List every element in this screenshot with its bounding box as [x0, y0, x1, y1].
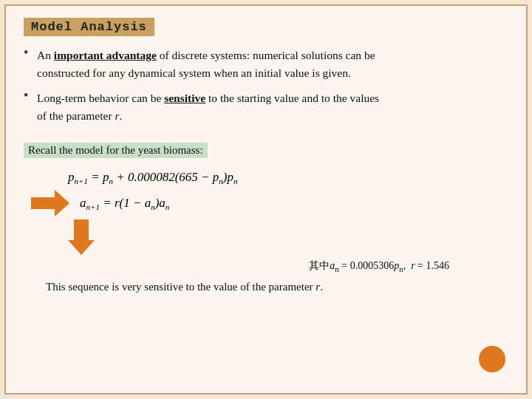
- formula-2: an+1 = r(1 − an)an: [80, 196, 169, 211]
- bottom-text: This sequence is very sensitive to the v…: [46, 281, 323, 293]
- sensitive-text: sensitive: [164, 92, 205, 104]
- parameter-r: r: [115, 109, 119, 122]
- svg-marker-1: [68, 219, 95, 255]
- bullet-dot-1: •: [24, 45, 37, 61]
- bullet-text-2: Long-term behavior can be sensitive to t…: [37, 89, 379, 125]
- chinese-prefix: 其中an = 0.0005306pn, r = 1.546: [309, 260, 449, 271]
- formula-1-block: pn+1 = pn + 0.000082(665 − pn)pn: [68, 170, 508, 185]
- bottom-r: r: [316, 281, 320, 293]
- arrow-right-icon: [31, 190, 69, 216]
- bullet-section-2: • Long-term behavior can be sensitive to…: [24, 89, 508, 125]
- important-advantage: important advantage: [54, 49, 157, 61]
- bullet-item-1: • An important advantage of discrete sys…: [24, 47, 508, 82]
- formula-2-block: an+1 = r(1 − an)an: [31, 190, 508, 216]
- divider: [24, 132, 508, 138]
- when-text: when: [214, 66, 239, 79]
- bullet-item-2: • Long-term behavior can be sensitive to…: [24, 89, 508, 125]
- page-border: Model Analysis • An important advantage …: [4, 4, 528, 395]
- recall-section: Recall the model for the yeast biomass: …: [24, 143, 508, 273]
- decorative-circle: [479, 346, 505, 372]
- title-bar: Model Analysis: [24, 18, 154, 36]
- bullet-section-1: • An important advantage of discrete sys…: [24, 47, 508, 82]
- recall-label: Recall the model for the yeast biomass:: [24, 143, 208, 158]
- main-content: Model Analysis • An important advantage …: [6, 6, 526, 305]
- arrow-down-icon: [68, 219, 95, 255]
- svg-marker-0: [31, 190, 69, 216]
- formula-1: pn+1 = pn + 0.000082(665 − pn)pn: [68, 170, 237, 184]
- bottom-text-block: This sequence is very sensitive to the v…: [46, 281, 508, 293]
- chinese-note: 其中an = 0.0005306pn, r = 1.546: [24, 259, 449, 273]
- arrow-down-container: [68, 219, 508, 255]
- bullet-text-1: An important advantage of discrete syste…: [37, 47, 375, 82]
- title-text: Model Analysis: [31, 20, 147, 34]
- bullet-dot-2: •: [24, 88, 37, 103]
